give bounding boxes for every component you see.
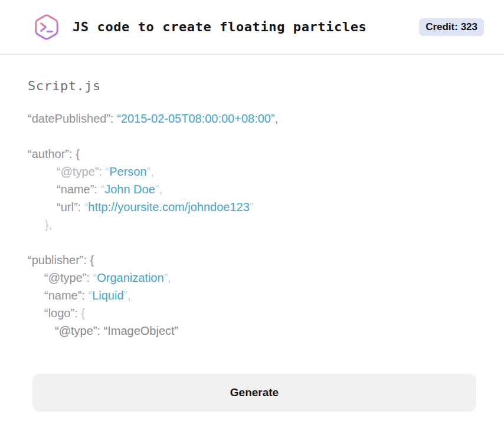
code-line [28,233,476,251]
code-segment: Liquid [92,289,123,302]
code-segment: }, [45,218,52,231]
code-line: “@type”: “Organization”, [28,269,476,287]
code-line: “name”: “Liquid”, [28,287,476,304]
terminal-logo-icon [32,13,61,41]
code-segment: “name”: [57,183,100,196]
code-line: “datePublished”: “2015-02-05T08:00:00+08… [28,110,476,127]
code-segment: , [127,289,131,302]
code-line: “@type”: “ImageObject” [28,322,476,340]
code-segment: John Doe [104,183,155,196]
code-segment: “url”: [57,200,84,213]
code-segment: “datePublished”: [28,112,117,125]
code-segment: “author”: { [28,147,80,160]
code-line [28,127,476,145]
credit-badge: Credit: 323 [419,18,484,36]
code-segment: , [150,165,154,178]
code-line: “publisher”: { [28,251,476,269]
code-segment: Person [109,165,146,178]
code-segment: , [159,183,162,196]
script-filename: Script.js [28,78,476,93]
code-segment: http://yoursite.com/johndoe123 [88,200,250,213]
code-segment: “@type”: “ImageObject” [55,324,178,337]
code-segment: Organization [97,271,163,284]
code-segment: “@type”: [44,271,93,284]
main-content: Script.js “datePublished”: “2015-02-05T0… [0,78,504,412]
code-segment: , [168,271,171,284]
header: JS code to create floating particles Cre… [0,0,504,55]
code-line: “name”: “John Doe”, [28,180,476,198]
code-segment: { [81,307,85,320]
code-line: “@type”: “Person”, [28,163,476,180]
code-line: “logo”: { [28,304,476,322]
generate-button[interactable]: Generate [32,374,476,412]
code-line: “author”: { [28,145,476,163]
page-title: JS code to create floating particles [73,19,366,34]
code-block: “datePublished”: “2015-02-05T08:00:00+08… [28,110,476,340]
code-segment: “2015-02-05T08:00:00+08:00”, [117,112,278,125]
code-segment: “logo”: [44,307,81,320]
code-segment: “@type”: [57,165,106,178]
code-segment: “name”: [44,289,88,302]
code-segment: ” [250,200,254,213]
code-line: “url”: “http://yoursite.com/johndoe123” [28,198,476,216]
code-segment: “publisher”: { [28,254,94,266]
code-line: }, [28,216,476,233]
